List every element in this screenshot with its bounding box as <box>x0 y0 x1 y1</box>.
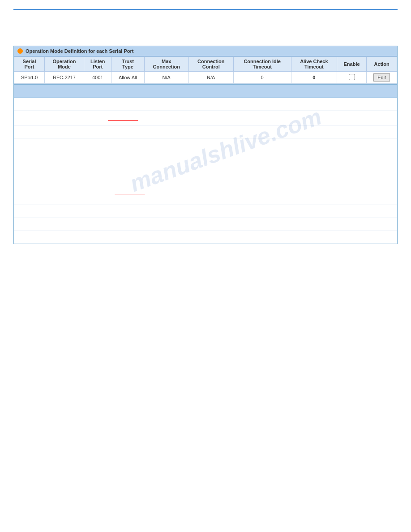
lower-row-1 <box>14 98 397 111</box>
lower-value-6 <box>103 178 397 205</box>
lower-row-3 <box>14 125 397 138</box>
lower-label-4 <box>14 138 103 165</box>
lower-row-2 <box>14 111 397 125</box>
operation-mode-table-wrapper: Operation Mode Definition for each Seria… <box>13 46 398 84</box>
col-header-enable: Enable <box>337 57 366 72</box>
lower-value-1 <box>103 98 397 111</box>
lower-label-5 <box>14 165 103 178</box>
lower-row-5 <box>14 165 397 178</box>
top-divider <box>13 9 398 10</box>
lower-row-8 <box>14 218 397 231</box>
lower-label-1 <box>14 98 103 111</box>
col-header-connection-control: ConnectionControl <box>189 57 234 72</box>
lower-value-6-underline <box>115 189 145 194</box>
cell-connection-control: N/A <box>189 72 234 84</box>
table-header-row: SerialPort OperationMode ListenPort Trus… <box>14 57 397 72</box>
cell-serial-port: SPort-0 <box>14 72 45 84</box>
col-header-trust-type: TrustType <box>111 57 144 72</box>
lower-table-header <box>14 85 397 98</box>
lower-value-4 <box>103 138 397 165</box>
edit-button[interactable]: Edit <box>373 73 390 82</box>
lower-value-8 <box>103 218 397 231</box>
lower-value-7 <box>103 205 397 218</box>
lower-label-9 <box>14 231 103 244</box>
lower-value-2-underline <box>108 116 138 121</box>
cell-operation-mode: RFC-2217 <box>45 72 84 84</box>
col-header-listen-port: ListenPort <box>84 57 111 72</box>
cell-alive-check-timeout: 0 <box>291 72 337 84</box>
lower-label-2 <box>14 111 103 125</box>
lower-value-3 <box>103 125 397 138</box>
col-header-serial-port: SerialPort <box>14 57 45 72</box>
cell-listen-port: 4001 <box>84 72 111 84</box>
col-header-operation-mode: OperationMode <box>45 57 84 72</box>
col-header-action: Action <box>367 57 397 72</box>
cell-trust-type: Allow All <box>111 72 144 84</box>
lower-value-5 <box>103 165 397 178</box>
lower-row-6 <box>14 178 397 205</box>
lower-label-6 <box>14 178 103 205</box>
cell-connection-idle-timeout: 0 <box>233 72 291 84</box>
table-title: Operation Mode Definition for each Seria… <box>26 48 133 54</box>
lower-value-2 <box>103 111 397 125</box>
title-icon <box>17 48 23 54</box>
enable-checkbox[interactable] <box>349 74 355 80</box>
lower-table <box>14 98 397 244</box>
lower-label-8 <box>14 218 103 231</box>
table-row: SPort-0 RFC-2217 4001 Allow All N/A N/A … <box>14 72 397 84</box>
table-title-bar: Operation Mode Definition for each Seria… <box>14 46 397 56</box>
cell-enable[interactable] <box>337 72 366 84</box>
lower-value-9 <box>103 231 397 244</box>
lower-label-3 <box>14 125 103 138</box>
lower-row-4 <box>14 138 397 165</box>
col-header-connection-idle-timeout: Connection IdleTimeout <box>233 57 291 72</box>
col-header-max-connection: MaxConnection <box>144 57 189 72</box>
lower-row-7 <box>14 205 397 218</box>
operation-mode-table: SerialPort OperationMode ListenPort Trus… <box>14 56 397 84</box>
lower-row-9 <box>14 231 397 244</box>
lower-label-7 <box>14 205 103 218</box>
lower-table-wrapper <box>13 84 398 244</box>
lower-table-header-label <box>17 87 19 92</box>
col-header-alive-check-timeout: Alive CheckTimeout <box>291 57 337 72</box>
cell-max-connection: N/A <box>144 72 189 84</box>
cell-action: Edit <box>367 72 397 84</box>
